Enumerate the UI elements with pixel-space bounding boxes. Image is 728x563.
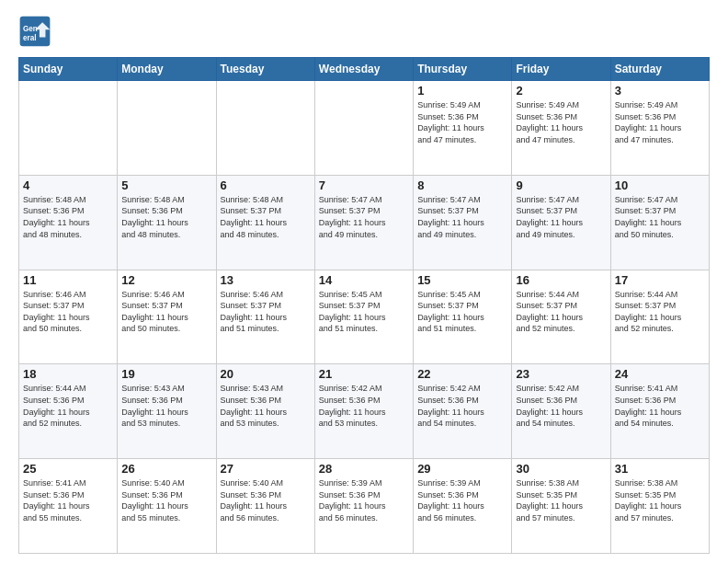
calendar-header-monday: Monday bbox=[118, 58, 216, 81]
day-info: Sunrise: 5:39 AM Sunset: 5:36 PM Dayligh… bbox=[417, 477, 507, 523]
calendar-cell bbox=[19, 81, 118, 176]
day-number: 24 bbox=[615, 367, 705, 381]
calendar-cell: 26Sunrise: 5:40 AM Sunset: 5:36 PM Dayli… bbox=[118, 459, 216, 554]
day-info: Sunrise: 5:38 AM Sunset: 5:35 PM Dayligh… bbox=[516, 477, 606, 523]
day-info: Sunrise: 5:46 AM Sunset: 5:37 PM Dayligh… bbox=[121, 289, 211, 335]
day-info: Sunrise: 5:45 AM Sunset: 5:37 PM Dayligh… bbox=[417, 289, 507, 335]
calendar-cell: 30Sunrise: 5:38 AM Sunset: 5:35 PM Dayli… bbox=[512, 459, 610, 554]
day-number: 3 bbox=[615, 84, 705, 98]
day-number: 19 bbox=[121, 367, 211, 381]
day-info: Sunrise: 5:48 AM Sunset: 5:37 PM Dayligh… bbox=[221, 194, 311, 240]
day-number: 20 bbox=[221, 367, 311, 381]
day-info: Sunrise: 5:49 AM Sunset: 5:36 PM Dayligh… bbox=[417, 99, 507, 145]
day-number: 31 bbox=[615, 462, 705, 476]
calendar-cell: 14Sunrise: 5:45 AM Sunset: 5:37 PM Dayli… bbox=[314, 270, 413, 364]
day-info: Sunrise: 5:47 AM Sunset: 5:37 PM Dayligh… bbox=[516, 194, 606, 240]
day-info: Sunrise: 5:47 AM Sunset: 5:37 PM Dayligh… bbox=[319, 194, 409, 240]
day-info: Sunrise: 5:46 AM Sunset: 5:37 PM Dayligh… bbox=[221, 289, 311, 335]
calendar-header-wednesday: Wednesday bbox=[314, 58, 413, 81]
calendar-cell: 8Sunrise: 5:47 AM Sunset: 5:37 PM Daylig… bbox=[414, 175, 512, 270]
day-number: 22 bbox=[417, 367, 507, 381]
calendar-cell bbox=[314, 81, 413, 176]
calendar-cell: 22Sunrise: 5:42 AM Sunset: 5:36 PM Dayli… bbox=[414, 364, 512, 459]
calendar-cell: 2Sunrise: 5:49 AM Sunset: 5:36 PM Daylig… bbox=[512, 81, 610, 176]
calendar-cell: 7Sunrise: 5:47 AM Sunset: 5:37 PM Daylig… bbox=[314, 175, 413, 270]
header: Gen eral bbox=[18, 15, 710, 48]
calendar-table: SundayMondayTuesdayWednesdayThursdayFrid… bbox=[18, 57, 710, 554]
calendar-cell: 29Sunrise: 5:39 AM Sunset: 5:36 PM Dayli… bbox=[414, 459, 512, 554]
day-info: Sunrise: 5:44 AM Sunset: 5:36 PM Dayligh… bbox=[23, 383, 113, 429]
calendar-header-row: SundayMondayTuesdayWednesdayThursdayFrid… bbox=[19, 58, 710, 81]
day-number: 12 bbox=[121, 273, 211, 287]
day-info: Sunrise: 5:42 AM Sunset: 5:36 PM Dayligh… bbox=[417, 383, 507, 429]
day-number: 25 bbox=[23, 462, 113, 476]
calendar-cell: 15Sunrise: 5:45 AM Sunset: 5:37 PM Dayli… bbox=[414, 270, 512, 364]
calendar-cell: 17Sunrise: 5:44 AM Sunset: 5:37 PM Dayli… bbox=[610, 270, 709, 364]
day-info: Sunrise: 5:44 AM Sunset: 5:37 PM Dayligh… bbox=[615, 289, 705, 335]
day-info: Sunrise: 5:45 AM Sunset: 5:37 PM Dayligh… bbox=[319, 289, 409, 335]
calendar-cell: 4Sunrise: 5:48 AM Sunset: 5:36 PM Daylig… bbox=[19, 175, 118, 270]
day-number: 2 bbox=[516, 84, 606, 98]
day-number: 11 bbox=[23, 273, 113, 287]
day-info: Sunrise: 5:43 AM Sunset: 5:36 PM Dayligh… bbox=[121, 383, 211, 429]
day-number: 7 bbox=[319, 178, 409, 192]
day-number: 5 bbox=[121, 178, 211, 192]
calendar-cell: 19Sunrise: 5:43 AM Sunset: 5:36 PM Dayli… bbox=[118, 364, 216, 459]
calendar-week-0: 1Sunrise: 5:49 AM Sunset: 5:36 PM Daylig… bbox=[19, 81, 710, 176]
day-number: 13 bbox=[221, 273, 311, 287]
calendar-cell: 25Sunrise: 5:41 AM Sunset: 5:36 PM Dayli… bbox=[19, 459, 118, 554]
calendar-week-1: 4Sunrise: 5:48 AM Sunset: 5:36 PM Daylig… bbox=[19, 175, 710, 270]
calendar-header-friday: Friday bbox=[512, 58, 610, 81]
day-info: Sunrise: 5:48 AM Sunset: 5:36 PM Dayligh… bbox=[121, 194, 211, 240]
day-info: Sunrise: 5:39 AM Sunset: 5:36 PM Dayligh… bbox=[319, 477, 409, 523]
calendar-cell: 1Sunrise: 5:49 AM Sunset: 5:36 PM Daylig… bbox=[414, 81, 512, 176]
day-info: Sunrise: 5:41 AM Sunset: 5:36 PM Dayligh… bbox=[23, 477, 113, 523]
day-info: Sunrise: 5:40 AM Sunset: 5:36 PM Dayligh… bbox=[221, 477, 311, 523]
day-number: 21 bbox=[319, 367, 409, 381]
day-number: 4 bbox=[23, 178, 113, 192]
calendar-cell: 13Sunrise: 5:46 AM Sunset: 5:37 PM Dayli… bbox=[216, 270, 314, 364]
day-info: Sunrise: 5:40 AM Sunset: 5:36 PM Dayligh… bbox=[121, 477, 211, 523]
day-number: 26 bbox=[121, 462, 211, 476]
day-number: 16 bbox=[516, 273, 606, 287]
calendar-cell: 10Sunrise: 5:47 AM Sunset: 5:37 PM Dayli… bbox=[610, 175, 709, 270]
calendar-header-sunday: Sunday bbox=[19, 58, 118, 81]
calendar-cell: 21Sunrise: 5:42 AM Sunset: 5:36 PM Dayli… bbox=[314, 364, 413, 459]
calendar-cell: 31Sunrise: 5:38 AM Sunset: 5:35 PM Dayli… bbox=[610, 459, 709, 554]
day-number: 10 bbox=[615, 178, 705, 192]
logo-icon: Gen eral bbox=[18, 15, 51, 48]
page: Gen eral SundayMondayTuesdayWednesdayThu… bbox=[0, 0, 728, 563]
calendar-cell: 16Sunrise: 5:44 AM Sunset: 5:37 PM Dayli… bbox=[512, 270, 610, 364]
calendar-cell bbox=[216, 81, 314, 176]
calendar-cell: 24Sunrise: 5:41 AM Sunset: 5:36 PM Dayli… bbox=[610, 364, 709, 459]
calendar-week-3: 18Sunrise: 5:44 AM Sunset: 5:36 PM Dayli… bbox=[19, 364, 710, 459]
calendar-header-tuesday: Tuesday bbox=[216, 58, 314, 81]
calendar-cell bbox=[118, 81, 216, 176]
calendar-cell: 3Sunrise: 5:49 AM Sunset: 5:36 PM Daylig… bbox=[610, 81, 709, 176]
day-number: 29 bbox=[417, 462, 507, 476]
day-number: 1 bbox=[417, 84, 507, 98]
calendar-cell: 6Sunrise: 5:48 AM Sunset: 5:37 PM Daylig… bbox=[216, 175, 314, 270]
svg-text:Gen: Gen bbox=[23, 25, 38, 33]
day-info: Sunrise: 5:42 AM Sunset: 5:36 PM Dayligh… bbox=[516, 383, 606, 429]
calendar-header-saturday: Saturday bbox=[610, 58, 709, 81]
day-number: 30 bbox=[516, 462, 606, 476]
calendar-cell: 12Sunrise: 5:46 AM Sunset: 5:37 PM Dayli… bbox=[118, 270, 216, 364]
day-number: 27 bbox=[221, 462, 311, 476]
calendar-header-thursday: Thursday bbox=[414, 58, 512, 81]
svg-text:eral: eral bbox=[23, 34, 37, 42]
day-info: Sunrise: 5:47 AM Sunset: 5:37 PM Dayligh… bbox=[417, 194, 507, 240]
calendar-cell: 11Sunrise: 5:46 AM Sunset: 5:37 PM Dayli… bbox=[19, 270, 118, 364]
day-info: Sunrise: 5:38 AM Sunset: 5:35 PM Dayligh… bbox=[615, 477, 705, 523]
day-info: Sunrise: 5:41 AM Sunset: 5:36 PM Dayligh… bbox=[615, 383, 705, 429]
day-info: Sunrise: 5:44 AM Sunset: 5:37 PM Dayligh… bbox=[516, 289, 606, 335]
day-info: Sunrise: 5:47 AM Sunset: 5:37 PM Dayligh… bbox=[615, 194, 705, 240]
day-info: Sunrise: 5:46 AM Sunset: 5:37 PM Dayligh… bbox=[23, 289, 113, 335]
calendar-body: 1Sunrise: 5:49 AM Sunset: 5:36 PM Daylig… bbox=[19, 81, 710, 554]
calendar-cell: 27Sunrise: 5:40 AM Sunset: 5:36 PM Dayli… bbox=[216, 459, 314, 554]
day-info: Sunrise: 5:42 AM Sunset: 5:36 PM Dayligh… bbox=[319, 383, 409, 429]
day-number: 9 bbox=[516, 178, 606, 192]
calendar-cell: 9Sunrise: 5:47 AM Sunset: 5:37 PM Daylig… bbox=[512, 175, 610, 270]
calendar-cell: 18Sunrise: 5:44 AM Sunset: 5:36 PM Dayli… bbox=[19, 364, 118, 459]
day-info: Sunrise: 5:49 AM Sunset: 5:36 PM Dayligh… bbox=[516, 99, 606, 145]
